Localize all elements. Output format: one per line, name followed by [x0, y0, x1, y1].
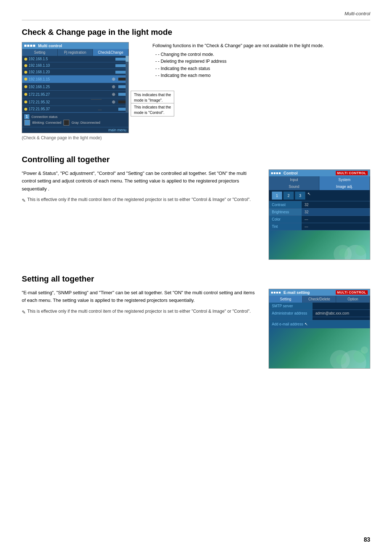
- ctrl-value-tint: ---: [302, 223, 370, 230]
- ctrl-value-brightness: 32: [302, 209, 370, 216]
- section1-right-text: Following functions in the "Check & Chan…: [152, 42, 370, 50]
- bg-circle-3: [355, 245, 366, 256]
- email-multi-badge: MULTI CONTROL: [336, 290, 368, 295]
- email-tab-option[interactable]: Option: [336, 296, 370, 303]
- email-label-add: [269, 317, 313, 320]
- connection-status-label: Connection status: [32, 115, 58, 119]
- connection-dot: [24, 100, 27, 103]
- email-titlebar: E-mail setting MULTI CONTROL: [269, 289, 370, 296]
- email-row-add-display: Add e-mail address ↖: [269, 320, 370, 328]
- list-item[interactable]: 192.168.1.25 ⊕: [22, 83, 128, 91]
- note-icon: ✎: [22, 197, 26, 204]
- list-item[interactable]: 192.168.1.15 ⊕: [22, 75, 128, 83]
- mode-bar: [118, 78, 126, 81]
- email-titlebar-left: E-mail setting: [271, 290, 310, 295]
- mc-status-bar: 1 Connection status Blinking: Connected …: [22, 112, 128, 127]
- callout-line-2: [98, 106, 102, 121]
- bullet-item: - Indicating the each status: [155, 65, 370, 72]
- disconnected-square: [64, 120, 69, 126]
- page-number: 83: [364, 537, 370, 543]
- email-bg-decoration: [269, 328, 370, 368]
- list-item[interactable]: 192.168.1.20: [22, 69, 128, 75]
- ctrl-label-tint: Tint: [269, 223, 302, 230]
- email-bg-circle-4: [336, 354, 346, 365]
- ctrl-tab-system[interactable]: System: [319, 176, 370, 183]
- mc-tab-pj[interactable]: Pj registration: [58, 49, 93, 56]
- add-cursor: ↖: [305, 322, 308, 327]
- section-setting: Setting all together "E-mail setting", "…: [22, 274, 370, 369]
- ctrl-title-text: Control: [283, 171, 298, 175]
- email-value-admin: admin@abc.xxx.com: [313, 310, 370, 317]
- ctrl-label-contrast: Contrast: [269, 201, 302, 208]
- connection-dot: [24, 58, 27, 61]
- email-bg-circle-5: [361, 346, 368, 354]
- list-item[interactable]: 192.168.1.10: [22, 62, 128, 69]
- mc-main-menu[interactable]: main menu: [22, 127, 128, 133]
- section3-note: ✎ This is effective only if the multi co…: [22, 308, 258, 316]
- ctrl-tab-sound[interactable]: Sound: [269, 183, 319, 190]
- ctrl-tab-imageadj[interactable]: Image adj.: [319, 183, 370, 190]
- ctrl-row-brightness: Brightness 32: [269, 209, 370, 216]
- connection-dot: [24, 71, 27, 74]
- ctrl-multi-badge: MULTI CONTROL: [336, 171, 368, 175]
- email-tab-setting[interactable]: Setting: [269, 296, 303, 303]
- ctrl-value-color: ---: [302, 216, 370, 223]
- ctrl-row-tint: Tint ---: [269, 223, 370, 230]
- add-email-text: Add e-mail address: [272, 322, 303, 326]
- section2-text: "Power & Status", "PC adjustment", "Cont…: [22, 169, 258, 205]
- section2-note: ✎ This is effective only if the multi co…: [22, 196, 258, 204]
- email-label-admin: Administrator address: [269, 310, 313, 317]
- section3-text: "E-mail setting", "SNMP setting" and "Ti…: [22, 289, 258, 316]
- cursor-indicator: ↖: [307, 192, 311, 200]
- top-divider: [22, 20, 370, 20]
- mc-title-text: Multi control: [38, 44, 62, 48]
- email-tab-check[interactable]: Check/Delete: [303, 296, 336, 303]
- status-legend: Blinking: Connected Gray: Disconnected: [24, 120, 126, 126]
- section2-heading: Controlling all together: [22, 155, 370, 164]
- mc-tab-check[interactable]: Check&Change: [93, 49, 128, 56]
- section3-para1: "E-mail setting", "SNMP setting" and "Ti…: [22, 289, 258, 304]
- control-screenshot-area: Control MULTI CONTROL Input System Sound…: [269, 169, 370, 260]
- section1-bullets: - Changing the control mode. - Deleting …: [155, 51, 370, 79]
- ctrl-row-color: Color ---: [269, 216, 370, 223]
- ctrl-row-contrast: Contrast 32: [269, 201, 370, 209]
- callout-control-bubble: This indicates that the mode is "Control…: [131, 103, 174, 116]
- multicontrol-screenshot: Multi control Setting Pj registration Ch…: [22, 42, 129, 133]
- mc-tab-setting[interactable]: Setting: [22, 49, 58, 56]
- mc-status-row: 1 Connection status: [24, 114, 126, 119]
- email-title-text: E-mail setting: [283, 290, 310, 295]
- screenshot1-caption: (Check & Change page in the light mode): [22, 135, 145, 140]
- ctrl-icons: [271, 172, 281, 174]
- list-item[interactable]: 192.168.1.5: [22, 56, 128, 62]
- section2-para1: "Power & Status", "PC adjustment", "Cont…: [22, 169, 258, 193]
- ctrl-num-btn-1[interactable]: 1: [272, 192, 282, 200]
- ctrl-label-color: Color: [269, 216, 302, 223]
- ctrl-num-btn-3[interactable]: 3: [295, 192, 305, 200]
- ip-address: 192.168.1.10: [29, 63, 114, 67]
- email-panel: E-mail setting MULTI CONTROL Setting Che…: [269, 289, 370, 369]
- mode-bar: [115, 58, 126, 61]
- scroll-thumb[interactable]: [126, 56, 128, 62]
- connection-dot: [24, 93, 27, 96]
- section-check-change: Check & Change page in the light mode Mu…: [22, 28, 370, 140]
- section1-heading: Check & Change page in the light mode: [22, 28, 370, 37]
- ctrl-tab-bar-1: Input System: [269, 176, 370, 183]
- ip-address: 192.168.1.5: [29, 57, 114, 61]
- ip-address: 192.168.1.25: [29, 85, 110, 89]
- connection-dot: [24, 85, 27, 88]
- ctrl-tab-input[interactable]: Input: [269, 176, 319, 183]
- email-tab-bar: Setting Check/Delete Option: [269, 296, 370, 303]
- section1-description: Following functions in the "Check & Chan…: [145, 42, 370, 79]
- ctrl-num-btn-2[interactable]: 2: [283, 192, 294, 200]
- disconnected-label: Gray: Disconnected: [72, 121, 100, 124]
- ctrl-num-row: 1 2 3 ↖: [269, 190, 370, 201]
- callout-image-bubble: This indicates that the mode is "Image".: [131, 91, 174, 104]
- blinking-square: [24, 120, 30, 126]
- section3-heading: Setting all together: [22, 274, 370, 284]
- ctrl-label-brightness: Brightness: [269, 209, 302, 216]
- section1-screenshot-area: Multi control Setting Pj registration Ch…: [22, 42, 145, 140]
- bullet-item: - Changing the control mode.: [155, 51, 370, 58]
- blinking-label: Blinking: Connected: [32, 121, 61, 124]
- email-label-smtp: SMTP server: [269, 303, 313, 309]
- add-email-label-display: Add e-mail address ↖: [269, 320, 370, 328]
